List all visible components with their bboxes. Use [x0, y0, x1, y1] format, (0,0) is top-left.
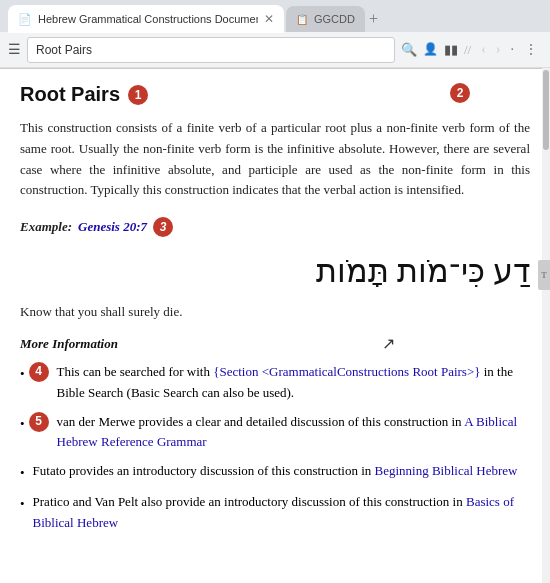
badge-5: 5: [29, 412, 49, 432]
list-item: • Pratico and Van Pelt also provide an i…: [20, 492, 530, 534]
nav-back-icon[interactable]: ‹: [477, 40, 490, 60]
list-item: • 5 van der Merwe provides a clear and d…: [20, 412, 530, 454]
badge-4: 4: [29, 362, 49, 382]
separator-icon: //: [464, 42, 471, 58]
nav-dot-icon[interactable]: ·: [507, 40, 519, 60]
tab1-icon: 📄: [18, 13, 32, 26]
menu-icon[interactable]: ☰: [8, 41, 21, 58]
nav-icons: ‹ › · ⋮: [477, 39, 542, 60]
address-text: Root Pairs: [36, 43, 92, 57]
more-info-title: More Information: [20, 336, 530, 352]
item2-before: van der Merwe provides a clear and detai…: [57, 414, 465, 429]
bullet-dot-1: •: [20, 364, 25, 385]
user-icon[interactable]: 👤: [423, 42, 438, 57]
bullet-dot-3: •: [20, 463, 25, 484]
bullet-dot-4: •: [20, 494, 25, 515]
badge-3: 3: [153, 217, 173, 237]
add-tab-button[interactable]: +: [369, 10, 378, 28]
tab-bar: 📄 Hebrew Grammatical Constructions Docum…: [0, 0, 550, 32]
side-handle[interactable]: T: [538, 260, 550, 290]
item2-text: van der Merwe provides a clear and detai…: [57, 412, 530, 454]
item1-before: This can be searched for with: [57, 364, 214, 379]
page-title-text: Root Pairs: [20, 83, 120, 106]
list-item: • Futato provides an introductory discus…: [20, 461, 530, 484]
tab2-icon: 📋: [296, 14, 308, 25]
item3-before: Futato provides an introductory discussi…: [33, 463, 375, 478]
item3-link[interactable]: Beginning Biblical Hebrew: [375, 463, 518, 478]
description-text: This construction consists of a finite v…: [20, 118, 530, 201]
tab-inactive[interactable]: 📋 GGCDD: [286, 6, 365, 32]
item1-text: This can be searched for with {Section <…: [57, 362, 530, 404]
more-info-section: More Information • 4 This can be searche…: [20, 336, 530, 534]
tab-active[interactable]: 📄 Hebrew Grammatical Constructions Docum…: [8, 5, 284, 33]
view-icon[interactable]: ▮▮: [444, 42, 458, 58]
address-bar[interactable]: Root Pairs: [27, 37, 395, 63]
tab2-label: GGCDD: [314, 13, 355, 25]
hebrew-text: דַע כִּי־מֹות תָּמֹות: [20, 249, 530, 294]
tab1-close-icon[interactable]: ✕: [264, 12, 274, 26]
browser-chrome: 📄 Hebrew Grammatical Constructions Docum…: [0, 0, 550, 69]
bullet-dot-2: •: [20, 414, 25, 435]
translation-text: Know that you shall surely die.: [20, 304, 530, 320]
example-label: Example:: [20, 219, 72, 235]
tab1-label: Hebrew Grammatical Constructions Documen…: [38, 13, 258, 25]
example-line: Example: Genesis 20:7 3: [20, 217, 530, 237]
scrollbar-thumb[interactable]: [543, 70, 549, 150]
badge-2: 2: [450, 83, 470, 103]
more-options-icon[interactable]: ⋮: [520, 39, 542, 60]
item4-before: Pratico and Van Pelt also provide an int…: [33, 494, 466, 509]
example-reference-link[interactable]: Genesis 20:7: [78, 219, 147, 235]
scrollbar-track[interactable]: [542, 68, 550, 583]
item4-text: Pratico and Van Pelt also provide an int…: [33, 492, 530, 534]
toolbar: ☰ Root Pairs 🔍 👤 ▮▮ // ‹ › · ⋮: [0, 32, 550, 68]
nav-forward-icon[interactable]: ›: [492, 40, 505, 60]
item3-text: Futato provides an introductory discussi…: [33, 461, 518, 482]
list-item: • 4 This can be searched for with {Secti…: [20, 362, 530, 404]
badge-1: 1: [128, 85, 148, 105]
toolbar-icons: 🔍 👤 ▮▮ //: [401, 42, 471, 58]
search-icon[interactable]: 🔍: [401, 42, 417, 58]
item1-link[interactable]: {Section <GrammaticalConstructions Root …: [213, 364, 480, 379]
content-area: Root Pairs 1 2 This construction consist…: [0, 69, 550, 583]
